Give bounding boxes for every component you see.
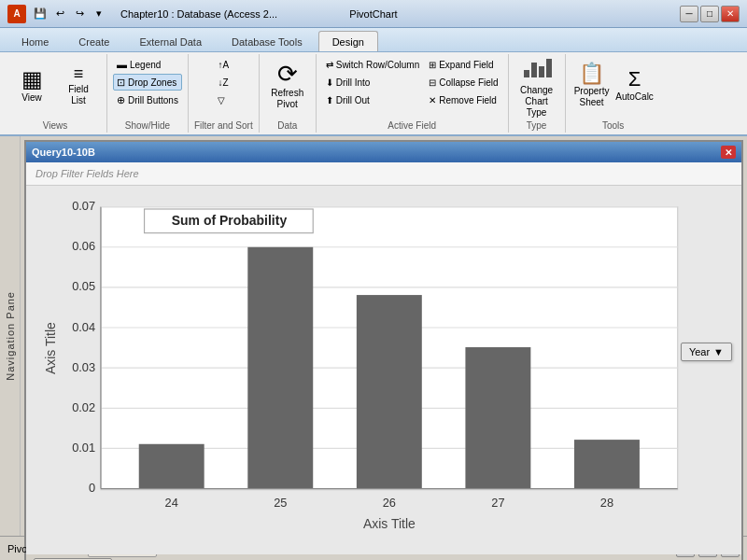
collapse-label: Collapse Field: [439, 77, 498, 88]
remove-label: Remove Field: [439, 95, 497, 105]
drill-buttons-icon: ⊕: [117, 94, 125, 106]
content-area: Query10-10B ✕ Drop Filter Fields Here: [21, 136, 747, 536]
svg-text:0.01: 0.01: [72, 441, 95, 455]
switch-icon: ⇄: [326, 60, 333, 70]
maximize-btn[interactable]: □: [700, 6, 719, 22]
property-sheet-icon: 📋: [579, 63, 604, 84]
view-label: View: [21, 92, 42, 104]
remove-field-btn[interactable]: ✕ Remove Field: [425, 91, 501, 108]
svg-rect-3: [546, 59, 552, 77]
ribbon-group-tools: 📋 PropertySheet Σ AutoCalc Tools: [566, 54, 661, 133]
filter-drop-zone[interactable]: Drop Filter Fields Here: [26, 162, 741, 186]
svg-text:25: 25: [274, 496, 287, 510]
activefield-content: ⇄ Switch Row/Column ⬇ Drill Into ⬆ Drill…: [322, 56, 502, 119]
bar-28: [574, 440, 640, 488]
autocalc-btn[interactable]: Σ AutoCalc: [614, 56, 655, 116]
switch-row-col-btn[interactable]: ⇄ Switch Row/Column: [322, 56, 423, 73]
expand-icon: ⊞: [429, 60, 436, 70]
minimize-btn[interactable]: ─: [680, 6, 698, 22]
filtersort-group-label: Filter and Sort: [194, 119, 253, 131]
chart-svg: 0.07 0.06 0.05 0.04 0.03 0.02 0.01 0 24 …: [35, 195, 732, 545]
tab-design[interactable]: Design: [318, 31, 378, 51]
sort-desc-btn[interactable]: ↓Z: [214, 74, 233, 91]
chart-container: 0.07 0.06 0.05 0.04 0.03 0.02 0.01 0 24 …: [26, 186, 741, 554]
sort-asc-btn[interactable]: ↑A: [214, 56, 233, 73]
year-label: Year: [689, 346, 710, 357]
svg-text:0.06: 0.06: [72, 239, 95, 253]
ribbon-group-type: ChangeChart Type Type: [509, 54, 566, 133]
svg-text:0: 0: [89, 481, 95, 495]
expand-field-btn[interactable]: ⊞ Expand Field: [425, 56, 501, 73]
type-content: ChangeChart Type: [514, 56, 559, 119]
collapse-field-btn[interactable]: ⊟ Collapse Field: [425, 74, 501, 91]
change-chart-type-btn[interactable]: ChangeChart Type: [514, 56, 559, 116]
field-list-button[interactable]: ≡ FieldList: [56, 56, 101, 116]
close-btn[interactable]: ✕: [721, 6, 740, 22]
query-title: Query10-10B: [32, 147, 95, 158]
svg-text:24: 24: [165, 496, 178, 510]
ribbon-group-views: ▦ View ≡ FieldList Views: [4, 54, 107, 133]
activefield-group-label: Active Field: [322, 119, 502, 131]
sort-desc-icon: ↓Z: [218, 77, 228, 88]
change-chart-type-label: ChangeChart Type: [517, 85, 557, 119]
drop-zones-label: Drop Zones: [128, 77, 176, 88]
drill-out-icon: ⬆: [326, 95, 333, 105]
showhide-content: ▬ Legend ⊡ Drop Zones ⊕ Drill Buttons: [113, 56, 182, 119]
expand-label: Expand Field: [439, 60, 493, 70]
svg-text:Sum of Probability: Sum of Probability: [172, 213, 288, 228]
activefield-col2: ⊞ Expand Field ⊟ Collapse Field ✕ Remove…: [425, 56, 501, 108]
svg-rect-2: [539, 66, 544, 77]
title-bar-left: A 💾 ↩ ↪ ▾ Chapter10 : Database (Access 2…: [7, 5, 680, 23]
svg-text:28: 28: [600, 496, 613, 510]
ribbon-group-filtersort: ↑A ↓Z ▽ Filter and Sort: [189, 54, 260, 133]
svg-rect-0: [524, 70, 529, 77]
bar-25: [247, 247, 313, 489]
property-sheet-label: PropertySheet: [574, 86, 610, 108]
drop-zones-icon: ⊡: [117, 77, 125, 89]
switch-label: Switch Row/Column: [336, 60, 419, 70]
svg-text:Axis Title: Axis Title: [363, 516, 416, 531]
navigation-pane[interactable]: Navigation Pane: [0, 136, 21, 536]
drop-zones-btn[interactable]: ⊡ Drop Zones: [113, 74, 182, 91]
save-qa-btn[interactable]: 💾: [32, 7, 49, 21]
refresh-pivot-icon: ⟳: [277, 62, 298, 86]
drill-into-icon: ⬇: [326, 77, 333, 88]
dropdown-qa-btn[interactable]: ▾: [91, 7, 107, 21]
filtersort-content: ↑A ↓Z ▽: [214, 56, 233, 119]
ribbon: ▦ View ≡ FieldList Views ▬ Legend ⊡ Drop…: [0, 52, 747, 136]
undo-qa-btn[interactable]: ↩: [51, 7, 68, 21]
tab-external-data[interactable]: External Data: [125, 31, 216, 51]
ribbon-group-data: ⟳ RefreshPivot Data: [260, 54, 317, 133]
year-arrow-icon: ▼: [713, 346, 724, 357]
filter-icon: ▽: [218, 95, 225, 105]
ribbon-group-activefield: ⇄ Switch Row/Column ⬇ Drill Into ⬆ Drill…: [317, 54, 509, 133]
redo-qa-btn[interactable]: ↪: [71, 7, 88, 21]
ribbon-group-showhide: ▬ Legend ⊡ Drop Zones ⊕ Drill Buttons Sh…: [107, 54, 189, 133]
refresh-pivot-label: RefreshPivot: [271, 88, 303, 110]
tab-home[interactable]: Home: [7, 31, 63, 51]
refresh-pivot-btn[interactable]: ⟳ RefreshPivot: [265, 56, 310, 116]
filter-btn[interactable]: ▽: [214, 91, 233, 108]
tools-group-label: Tools: [571, 119, 655, 131]
drill-into-btn[interactable]: ⬇ Drill Into: [322, 74, 423, 91]
drill-out-btn[interactable]: ⬆ Drill Out: [322, 91, 423, 108]
tab-database-tools[interactable]: Database Tools: [218, 31, 317, 51]
nav-pane-label: Navigation Pane: [5, 291, 16, 381]
legend-btn[interactable]: ▬ Legend: [113, 56, 182, 73]
data-group-label: Data: [265, 119, 310, 131]
tab-create[interactable]: Create: [64, 31, 123, 51]
drill-buttons-btn[interactable]: ⊕ Drill Buttons: [113, 91, 182, 108]
collapse-icon: ⊟: [429, 77, 436, 88]
year-dropdown[interactable]: Year ▼: [681, 343, 732, 361]
svg-text:26: 26: [383, 496, 396, 510]
property-sheet-btn[interactable]: 📋 PropertySheet: [571, 56, 613, 116]
tools-content: 📋 PropertySheet Σ AutoCalc: [571, 56, 655, 119]
svg-text:27: 27: [491, 496, 504, 510]
svg-text:0.07: 0.07: [72, 199, 95, 213]
query-close-btn[interactable]: ✕: [721, 146, 736, 159]
active-tab-label: PivotChart: [349, 8, 397, 20]
view-button[interactable]: ▦ View: [9, 56, 54, 116]
svg-text:0.02: 0.02: [72, 400, 95, 414]
field-list-icon: ≡: [74, 65, 84, 82]
type-group-label: Type: [514, 119, 559, 131]
